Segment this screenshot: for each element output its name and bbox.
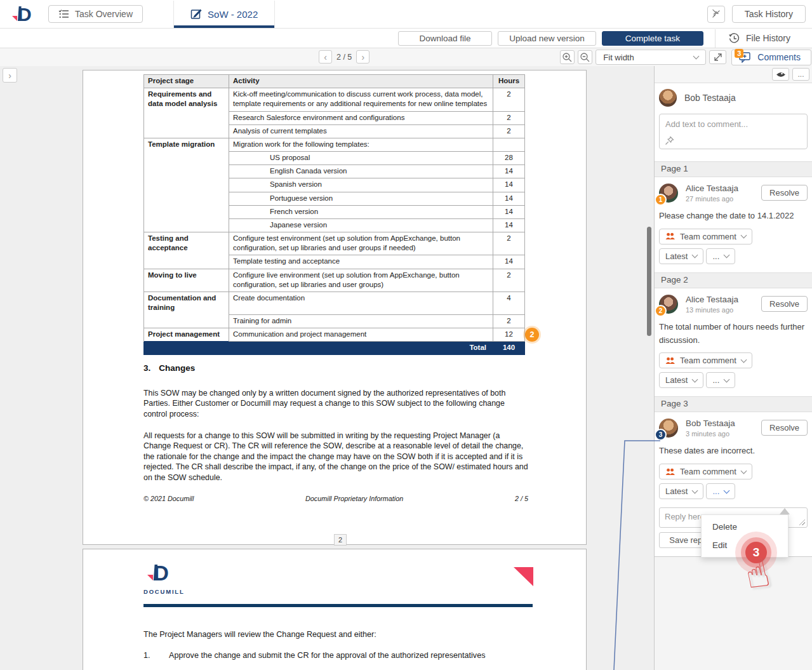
brand-wordmark: DOCUMILL	[143, 588, 188, 595]
documill-logo-icon: D	[10, 3, 42, 25]
chevron-down-icon	[740, 467, 747, 474]
comment-timestamp: 3 minutes ago	[686, 430, 761, 438]
team-comment-dropdown[interactable]: Team comment	[659, 229, 752, 245]
file-history-button[interactable]: File History	[724, 32, 794, 45]
table-row: Japanese version14	[144, 218, 525, 232]
column-header: Project stage	[144, 75, 229, 88]
team-comment-dropdown[interactable]: Team comment	[659, 464, 752, 479]
viewer-toolbar: ‹ 2 / 5 › Fit width	[0, 48, 812, 67]
table-row: Spanish version14	[144, 178, 525, 192]
chevron-down-icon	[693, 53, 700, 60]
comment-more-dropdown[interactable]: ...	[706, 248, 735, 264]
task-overview-button[interactable]: Task Overview	[48, 5, 143, 23]
team-icon	[665, 357, 675, 365]
collapse-icon	[712, 8, 721, 20]
table-row: Requirements and data model analysisKick…	[144, 88, 525, 111]
current-user-name: Bob Testaaja	[684, 93, 736, 103]
table-row: English Canada version14	[144, 165, 525, 178]
download-file-button[interactable]: Download file	[398, 31, 492, 46]
documill-doc-logo: D DOCUMILL	[143, 561, 188, 595]
table-row: Project managementCommunication and proj…	[144, 328, 525, 341]
document-page-2: Project stage Activity Hours Requirement…	[83, 70, 587, 545]
page-separator-label: 2	[334, 534, 347, 546]
table-row: Analysis of current templates2	[144, 124, 525, 138]
total-label: Total	[144, 342, 493, 355]
comments-toggle-button[interactable]: 3 Comments	[731, 50, 811, 65]
comments-sidebar: ... Bob Testaaja Add text to comment... …	[654, 66, 812, 670]
comment-placeholder: Add text to comment...	[665, 119, 748, 129]
comment-author-name: Bob Testaaja	[686, 419, 761, 428]
eye-icon	[776, 71, 786, 78]
chevron-down-icon	[740, 232, 747, 239]
tab-sow-2022[interactable]: SoW - 2022	[173, 1, 275, 28]
table-row: Documentation and trainingCreate documen…	[144, 291, 525, 314]
resolve-button[interactable]: Resolve	[761, 420, 808, 436]
sort-dropdown[interactable]: Latest	[659, 483, 703, 499]
comment-number-badge: 1	[655, 194, 667, 206]
resolve-button[interactable]: Resolve	[761, 296, 808, 312]
viewer-scrollbar-thumb[interactable]	[647, 227, 651, 336]
visibility-toggle-button[interactable]	[772, 68, 789, 81]
sow-table-body: Requirements and data model analysisKick…	[144, 88, 525, 342]
comment-composer: Bob Testaaja Add text to comment...	[655, 83, 812, 161]
document-paragraph: The Project Managers will review the Cha…	[143, 630, 376, 639]
zoom-out-button[interactable]	[578, 50, 592, 64]
sort-dropdown[interactable]: Latest	[659, 248, 703, 264]
footer-copyright: © 2021 Documill	[143, 495, 194, 502]
page-section-header: Page 2	[655, 272, 812, 288]
table-row: Portuguese version14	[144, 192, 525, 205]
action-bar: Download file Upload new version Complet…	[0, 29, 812, 48]
numbered-list-item: 1. Approve the change and submit the CR …	[143, 651, 485, 660]
previous-page-button[interactable]: ‹	[319, 50, 332, 64]
chevron-down-icon	[692, 252, 698, 258]
document-paragraph: All requests for a change to this SOW wi…	[143, 431, 528, 483]
collapse-panel-button[interactable]	[707, 6, 725, 23]
table-row: Testing and acceptanceConfigure test env…	[144, 232, 525, 255]
document-comment-marker-2[interactable]: 2	[525, 328, 539, 342]
sort-dropdown[interactable]: Latest	[659, 372, 703, 388]
zoom-in-button[interactable]	[560, 50, 575, 64]
upload-new-version-button[interactable]: Upload new version	[498, 31, 596, 46]
resolve-button[interactable]: Resolve	[761, 185, 808, 201]
complete-task-button[interactable]: Complete task	[602, 31, 703, 46]
documill-logo-icon: D	[143, 561, 176, 585]
menu-item-delete[interactable]: Delete	[702, 518, 788, 536]
page-navigation: ‹ 2 / 5 ›	[319, 50, 369, 64]
new-comment-input[interactable]: Add text to comment...	[659, 114, 808, 149]
comment-more-dropdown[interactable]: ...	[706, 483, 735, 499]
chevron-down-icon	[724, 376, 730, 382]
comments-label: Comments	[757, 52, 801, 62]
table-row: Template testing and acceptance14	[144, 255, 525, 269]
menu-item-edit[interactable]: Edit	[702, 536, 788, 554]
header-rule	[143, 604, 533, 607]
table-header-row: Project stage Activity Hours	[144, 75, 525, 88]
task-history-label: Task History	[745, 9, 793, 19]
active-tab-label: SoW - 2022	[208, 9, 258, 20]
comment-more-dropdown[interactable]: ...	[706, 372, 735, 388]
fit-mode-value: Fit width	[603, 53, 634, 62]
corner-triangle-decoration	[514, 567, 533, 586]
fullscreen-button[interactable]	[709, 50, 726, 64]
comment-card: 2 Alice Testaaja 13 minutes ago Resolve …	[655, 288, 812, 397]
chevron-down-icon	[740, 356, 747, 363]
top-tab-bar: D Task Overview SoW - 2022	[0, 0, 812, 29]
task-history-button[interactable]: Task History	[732, 5, 806, 23]
edit-document-icon	[190, 8, 202, 20]
resize-handle-icon[interactable]	[799, 519, 805, 525]
document-viewer: › Project stage Activity Hours Requireme…	[0, 66, 654, 670]
table-row: French version14	[144, 205, 525, 218]
expand-icon	[713, 52, 723, 62]
fit-mode-select[interactable]: Fit width	[596, 50, 706, 65]
document-page-3: D DOCUMILL The Project Managers will rev…	[83, 549, 587, 670]
comment-number-badge: 3	[655, 429, 667, 441]
total-value: 140	[493, 342, 525, 355]
next-page-button[interactable]: ›	[356, 50, 369, 64]
expand-left-panel-button[interactable]: ›	[3, 68, 17, 83]
sidebar-more-button[interactable]: ...	[792, 68, 809, 81]
zoom-in-icon	[562, 52, 573, 63]
comment-timestamp: 27 minutes ago	[686, 195, 761, 203]
section-heading: 3. Changes	[143, 363, 195, 373]
table-row: Template migrationMigration work for the…	[144, 138, 525, 151]
team-comment-dropdown[interactable]: Team comment	[659, 352, 752, 368]
comments-count-badge: 3	[735, 49, 743, 58]
